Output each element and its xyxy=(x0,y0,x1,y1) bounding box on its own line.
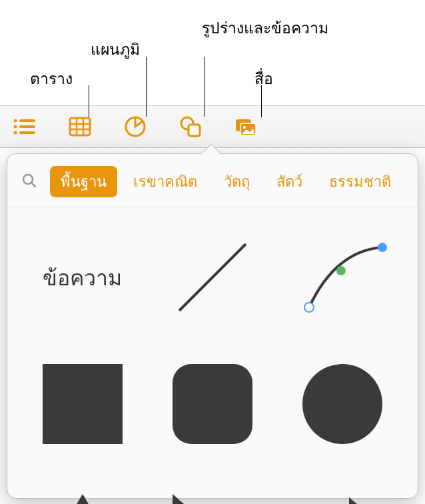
right-triangle-icon xyxy=(166,491,259,504)
shape-text[interactable]: ข้อความ xyxy=(27,221,137,334)
svg-rect-6 xyxy=(70,118,90,135)
line-icon xyxy=(166,231,259,324)
svg-rect-13 xyxy=(189,125,200,136)
svg-rect-3 xyxy=(19,125,35,128)
callout-media-line xyxy=(261,85,262,117)
category-tab-nature[interactable]: ธรรมชาติ xyxy=(318,166,402,197)
circle-icon xyxy=(299,361,386,447)
media-icon xyxy=(233,114,258,139)
shape-line[interactable] xyxy=(157,221,267,334)
svg-marker-27 xyxy=(173,494,256,504)
svg-marker-26 xyxy=(39,494,126,504)
callout-table-line xyxy=(89,85,89,117)
triangle-icon xyxy=(36,491,129,504)
svg-point-16 xyxy=(243,126,246,129)
svg-line-18 xyxy=(31,183,35,187)
svg-marker-28 xyxy=(296,497,389,504)
shape-right-triangle[interactable] xyxy=(157,474,267,504)
callout-media-label: สื่อ xyxy=(254,67,273,91)
shape-button[interactable] xyxy=(178,114,203,139)
shape-triangle[interactable] xyxy=(27,474,137,504)
callout-table-label: ตาราง xyxy=(30,67,73,91)
shape-arrow[interactable] xyxy=(288,474,398,504)
arrow-icon xyxy=(292,491,392,504)
category-tab-geometry[interactable]: เรขาคณิต xyxy=(123,166,208,197)
shape-circle[interactable] xyxy=(288,347,398,461)
callout-shapes-line xyxy=(204,57,205,117)
shapes-popover: พื้นฐาน เรขาคณิต วัตถุ สัตว์ ธรรมชาติ ข้… xyxy=(7,153,418,499)
shape-rounded-square[interactable] xyxy=(157,347,267,461)
category-tab-basic[interactable]: พื้นฐาน xyxy=(50,166,117,197)
table-icon xyxy=(67,114,93,139)
shape-curve[interactable] xyxy=(288,221,398,334)
chart-icon xyxy=(123,114,148,139)
chart-button[interactable] xyxy=(123,114,148,139)
svg-point-4 xyxy=(14,131,17,135)
list-icon xyxy=(12,114,37,139)
shape-icon xyxy=(178,114,203,139)
shape-square[interactable] xyxy=(27,347,137,461)
svg-rect-5 xyxy=(19,131,35,134)
svg-point-21 xyxy=(336,266,346,275)
search-icon[interactable] xyxy=(21,172,38,192)
svg-point-22 xyxy=(378,243,387,252)
media-button[interactable] xyxy=(233,114,258,139)
rounded-square-icon xyxy=(169,361,256,447)
svg-line-19 xyxy=(179,244,246,311)
callout-shapes-label-1: รูปร่างและข้อความ xyxy=(202,16,328,40)
shapes-grid: ข้อความ xyxy=(7,207,418,504)
svg-rect-24 xyxy=(173,364,252,444)
svg-point-25 xyxy=(302,364,382,444)
toolbar xyxy=(0,105,425,148)
svg-point-2 xyxy=(14,125,17,129)
callout-chart-label: แผนภูมิ xyxy=(91,37,140,61)
callout-annotations: ตาราง แผนภูมิ รูปร่างและข้อความ สื่อ xyxy=(0,0,425,107)
table-button[interactable] xyxy=(67,114,93,139)
svg-point-0 xyxy=(14,119,17,123)
curve-icon xyxy=(296,231,389,324)
text-shape-label: ข้อความ xyxy=(43,261,122,295)
category-tab-animals[interactable]: สัตว์ xyxy=(266,166,313,197)
square-icon xyxy=(39,361,126,447)
category-tab-objects[interactable]: วัตถุ xyxy=(213,166,260,197)
svg-rect-1 xyxy=(19,119,35,122)
callout-chart-line xyxy=(146,57,147,117)
svg-point-20 xyxy=(304,303,314,312)
list-button[interactable] xyxy=(12,114,37,139)
svg-rect-23 xyxy=(43,364,123,444)
